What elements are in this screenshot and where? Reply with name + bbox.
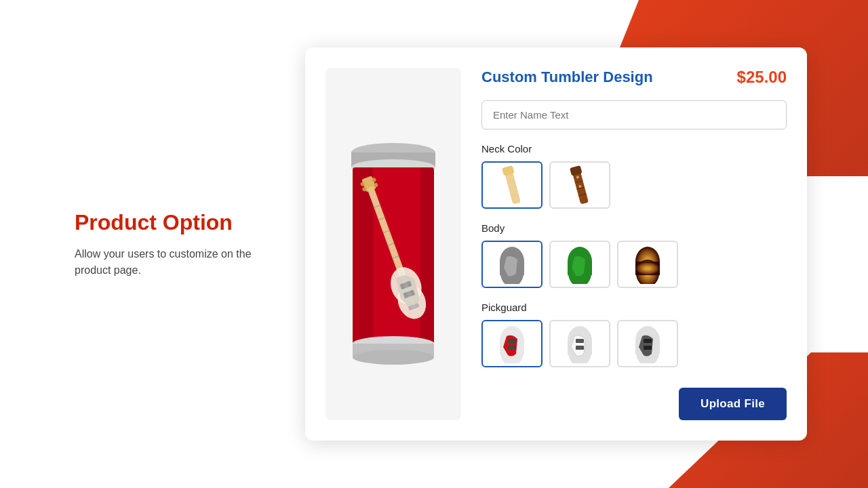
product-price: $25.00 (737, 68, 787, 87)
product-card: Live the Music Custom Tumbler Design $25… (305, 47, 807, 441)
swatch-body-green[interactable] (549, 241, 610, 288)
pickguard-group: Pickguard (481, 302, 787, 367)
product-title: Custom Tumbler Design (481, 68, 653, 86)
left-section-description: Allow your users to customize on the pro… (75, 246, 278, 279)
svg-rect-5 (420, 167, 434, 344)
neck-color-swatches (481, 161, 787, 209)
swatch-neck-rosewood[interactable] (549, 161, 610, 209)
pickguard-swatches (481, 320, 787, 367)
pickguard-label: Pickguard (481, 302, 787, 313)
body-group: Body (481, 222, 787, 288)
svg-rect-58 (576, 339, 584, 343)
swatch-pickguard-red[interactable] (481, 320, 542, 367)
left-section-title: Product Option (75, 210, 278, 235)
svg-rect-64 (644, 346, 652, 350)
tumbler-image: Live the Music (332, 115, 454, 373)
swatch-body-sunburst[interactable] (617, 241, 678, 288)
neck-color-label: Neck Color (481, 143, 787, 155)
svg-rect-59 (576, 346, 584, 350)
svg-rect-63 (644, 339, 652, 343)
name-text-input[interactable] (481, 100, 787, 129)
left-section: Product Option Allow your users to custo… (61, 210, 278, 279)
svg-point-28 (353, 350, 434, 365)
swatch-pickguard-black[interactable] (617, 320, 678, 367)
neck-color-group: Neck Color (481, 143, 787, 209)
page-content: Product Option Allow your users to custo… (0, 0, 868, 488)
svg-rect-49 (635, 262, 660, 275)
swatch-body-grey[interactable] (481, 241, 542, 288)
options-section: Custom Tumbler Design $25.00 Neck Color (481, 68, 787, 420)
svg-rect-54 (508, 346, 516, 350)
tumbler-preview: Live the Music (326, 68, 461, 420)
product-header: Custom Tumbler Design $25.00 (481, 68, 787, 87)
body-label: Body (481, 222, 787, 234)
svg-rect-53 (508, 339, 516, 343)
body-swatches (481, 241, 787, 288)
swatch-neck-maple[interactable] (481, 161, 542, 209)
swatch-pickguard-white[interactable] (549, 320, 610, 367)
upload-file-button[interactable]: Upload File (679, 388, 787, 420)
